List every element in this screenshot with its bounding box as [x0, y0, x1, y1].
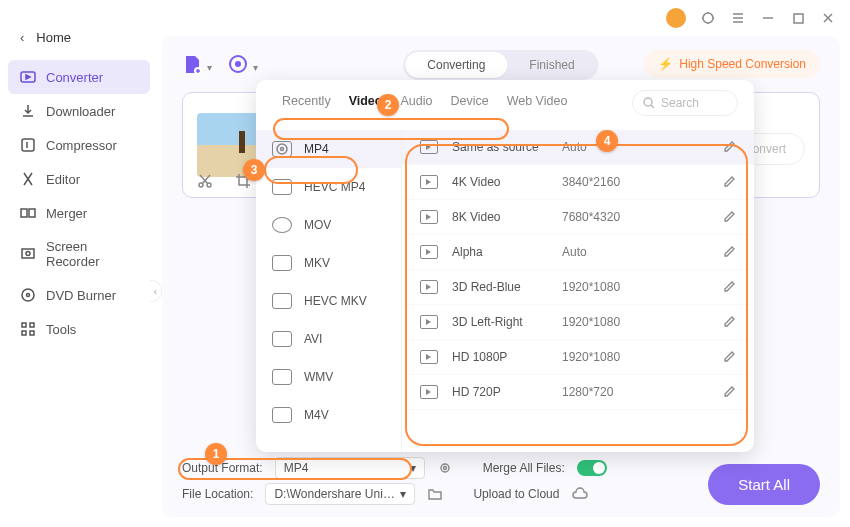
breadcrumb[interactable]: ‹ Home — [20, 30, 71, 45]
format-icon — [272, 407, 292, 423]
resolution-list: Same as sourceAuto 4K Video3840*2160 8K … — [402, 130, 754, 452]
file-location-select[interactable]: D:\Wondershare UniConverter 1▾ — [265, 483, 415, 505]
resolution-icon — [420, 385, 438, 399]
svg-rect-1 — [794, 14, 803, 23]
resolution-item[interactable]: HD 1080P1920*1080 — [402, 340, 754, 375]
sidebar-item-label: Compressor — [46, 138, 117, 153]
user-avatar[interactable] — [666, 8, 686, 28]
downloader-icon — [20, 103, 36, 119]
tab-audio[interactable]: Audio — [400, 94, 432, 108]
maximize-button[interactable] — [790, 10, 806, 26]
sidebar-item-label: Screen Recorder — [46, 239, 138, 269]
resolution-item[interactable]: 4K Video3840*2160 — [402, 165, 754, 200]
tab-webvideo[interactable]: Web Video — [507, 94, 568, 108]
converter-icon — [20, 69, 36, 85]
resolution-icon — [420, 210, 438, 224]
svg-point-21 — [644, 98, 652, 106]
support-icon[interactable] — [700, 10, 716, 26]
search-icon — [643, 97, 655, 109]
output-format-label: Output Format: — [182, 461, 263, 475]
format-icon — [272, 179, 292, 195]
format-icon — [272, 293, 292, 309]
svg-rect-6 — [22, 249, 34, 258]
edit-preset-icon[interactable] — [722, 140, 736, 154]
resolution-item[interactable]: HD 720P1280*720 — [402, 375, 754, 410]
sidebar-item-dvdburner[interactable]: DVD Burner — [8, 278, 150, 312]
trim-icon[interactable] — [197, 173, 213, 189]
svg-rect-12 — [22, 331, 26, 335]
format-item-m4v[interactable]: M4V — [256, 396, 401, 434]
format-icon — [272, 141, 292, 157]
edit-preset-icon[interactable] — [722, 280, 736, 294]
svg-rect-3 — [22, 139, 34, 151]
resolution-item[interactable]: 8K Video7680*4320 — [402, 200, 754, 235]
cloud-icon[interactable] — [571, 487, 589, 501]
format-item-mov[interactable]: MOV — [256, 206, 401, 244]
format-item-wmv[interactable]: WMV — [256, 358, 401, 396]
svg-point-23 — [281, 148, 284, 151]
status-tabs: Converting Finished — [403, 50, 598, 80]
dvd-icon — [20, 287, 36, 303]
sidebar-item-downloader[interactable]: Downloader — [8, 94, 150, 128]
sidebar-item-label: Editor — [46, 172, 80, 187]
resolution-icon — [420, 175, 438, 189]
edit-preset-icon[interactable] — [722, 175, 736, 189]
edit-preset-icon[interactable] — [722, 245, 736, 259]
format-item-mp4[interactable]: MP4 — [256, 130, 401, 168]
merge-toggle[interactable] — [577, 460, 607, 476]
edit-preset-icon[interactable] — [722, 210, 736, 224]
svg-point-16 — [236, 62, 240, 66]
add-file-button[interactable]: ▾ — [182, 54, 204, 76]
settings-icon[interactable] — [437, 460, 453, 476]
format-icon — [272, 331, 292, 347]
open-folder-icon[interactable] — [427, 486, 443, 502]
resolution-item[interactable]: Same as sourceAuto — [402, 130, 754, 165]
svg-rect-13 — [30, 331, 34, 335]
tab-recently[interactable]: Recently — [282, 94, 331, 108]
resolution-item[interactable]: 3D Red-Blue1920*1080 — [402, 270, 754, 305]
format-item-hevcmkv[interactable]: HEVC MKV — [256, 282, 401, 320]
annotation-callout-1: 1 — [205, 443, 227, 465]
svg-point-20 — [443, 467, 446, 470]
sidebar-item-tools[interactable]: Tools — [8, 312, 150, 346]
resolution-icon — [420, 245, 438, 259]
high-speed-badge[interactable]: ⚡ High Speed Conversion — [644, 50, 820, 78]
format-icon — [272, 369, 292, 385]
back-icon[interactable]: ‹ — [20, 30, 24, 45]
svg-rect-10 — [22, 323, 26, 327]
edit-preset-icon[interactable] — [722, 350, 736, 364]
resolution-item[interactable]: 3D Left-Right1920*1080 — [402, 305, 754, 340]
edit-preset-icon[interactable] — [722, 315, 736, 329]
format-item-mkv[interactable]: MKV — [256, 244, 401, 282]
annotation-callout-3: 3 — [243, 159, 265, 181]
minimize-button[interactable] — [760, 10, 776, 26]
sidebar-item-label: Merger — [46, 206, 87, 221]
close-button[interactable] — [820, 10, 836, 26]
sidebar-item-screenrecorder[interactable]: Screen Recorder — [8, 230, 150, 278]
sidebar-item-compressor[interactable]: Compressor — [8, 128, 150, 162]
resolution-icon — [420, 315, 438, 329]
tab-converting[interactable]: Converting — [405, 52, 507, 78]
sidebar-item-merger[interactable]: Merger — [8, 196, 150, 230]
format-list: MP4 HEVC MP4 MOV MKV HEVC MKV AVI WMV M4… — [256, 130, 402, 452]
chevron-down-icon: ▾ — [410, 461, 416, 475]
sidebar-item-converter[interactable]: Converter — [8, 60, 150, 94]
lightning-icon: ⚡ — [658, 57, 673, 71]
add-dvd-button[interactable]: ▾ — [228, 54, 250, 76]
tab-device[interactable]: Device — [450, 94, 488, 108]
sidebar-collapse-handle[interactable]: ‹ — [150, 280, 162, 302]
sidebar-item-editor[interactable]: Editor — [8, 162, 150, 196]
resolution-item[interactable]: AlphaAuto — [402, 235, 754, 270]
edit-preset-icon[interactable] — [722, 385, 736, 399]
svg-point-19 — [441, 464, 449, 472]
start-all-button[interactable]: Start All — [708, 464, 820, 505]
sidebar-item-label: Tools — [46, 322, 76, 337]
output-format-select[interactable]: MP4▾ — [275, 457, 425, 479]
format-search-input[interactable]: Search — [632, 90, 738, 116]
format-item-hevcmp4[interactable]: HEVC MP4 — [256, 168, 401, 206]
tab-finished[interactable]: Finished — [507, 52, 596, 78]
chevron-down-icon: ▾ — [400, 487, 406, 501]
merge-label: Merge All Files: — [483, 461, 565, 475]
format-item-avi[interactable]: AVI — [256, 320, 401, 358]
menu-icon[interactable] — [730, 10, 746, 26]
